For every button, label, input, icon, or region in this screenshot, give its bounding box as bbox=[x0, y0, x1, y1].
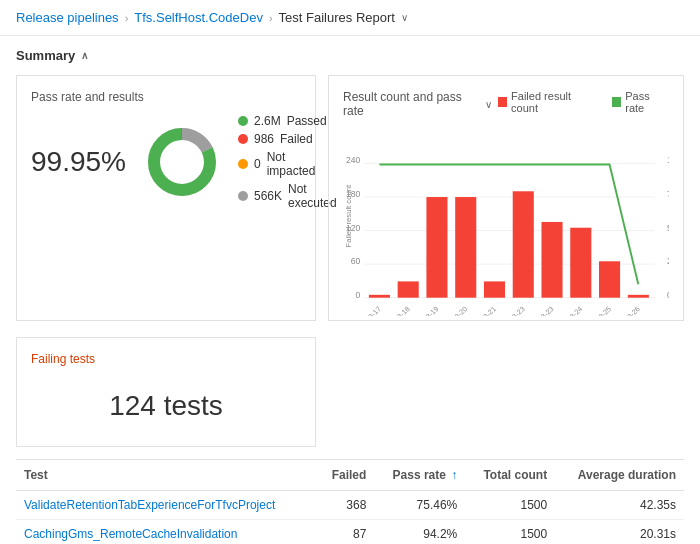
top-cards-row: Pass rate and results 99.95% bbox=[16, 75, 684, 321]
svg-text:2018-08-25: 2018-08-25 bbox=[581, 304, 613, 316]
bar-5 bbox=[484, 281, 505, 297]
col-passrate[interactable]: Pass rate ↑ bbox=[374, 460, 465, 491]
chart-card: Result count and pass rate ∨ Failed resu… bbox=[328, 75, 684, 321]
chart-legend: Failed result count Pass rate bbox=[498, 90, 669, 114]
legend-failed-label: Failed bbox=[280, 132, 313, 146]
table-row: ValidateRetentionTabExperienceForTfvcPro… bbox=[16, 491, 684, 520]
col-avgduration: Average duration bbox=[555, 460, 684, 491]
pass-rate-card: Pass rate and results 99.95% bbox=[16, 75, 316, 321]
summary-section-header: Summary ∧ bbox=[16, 48, 684, 63]
svg-text:0: 0 bbox=[667, 290, 669, 300]
col-failed: Failed bbox=[317, 460, 374, 491]
table-cell-totalcount: 1500 bbox=[465, 520, 555, 545]
legend-failed-value: 986 bbox=[254, 132, 274, 146]
svg-point-4 bbox=[162, 142, 202, 182]
chart-svg: 0 60 120 180 240 Failed result count 0 2… bbox=[343, 126, 669, 316]
svg-text:25: 25 bbox=[667, 256, 669, 266]
chart-legend-failed-box bbox=[498, 97, 507, 107]
svg-text:2018-08-24: 2018-08-24 bbox=[552, 304, 584, 316]
table-header-row: Test Failed Pass rate ↑ Total count Aver… bbox=[16, 460, 684, 491]
results-table: Test Failed Pass rate ↑ Total count Aver… bbox=[16, 460, 684, 544]
pass-rate-content: 99.95% bbox=[31, 114, 301, 210]
legend-not-executed-dot bbox=[238, 191, 248, 201]
table-cell-passrate: 94.2% bbox=[374, 520, 465, 545]
bar-10 bbox=[628, 295, 649, 298]
bar-2 bbox=[398, 281, 419, 297]
bar-4 bbox=[455, 197, 476, 298]
chart-legend-passrate-box bbox=[612, 97, 621, 107]
svg-text:Failed result count: Failed result count bbox=[344, 184, 353, 247]
svg-text:240: 240 bbox=[346, 155, 361, 165]
pass-rate-legend: 2.6M Passed 986 Failed 0 Not impacted bbox=[238, 114, 337, 210]
svg-text:60: 60 bbox=[351, 256, 361, 266]
main-content: Summary ∧ Pass rate and results 99.95% bbox=[0, 36, 700, 544]
svg-text:2018-08-17: 2018-08-17 bbox=[351, 304, 383, 316]
chart-legend-failed-label: Failed result count bbox=[511, 90, 596, 114]
pass-rate-percent: 99.95% bbox=[31, 146, 126, 178]
failing-tests-count: 124 tests bbox=[31, 380, 301, 432]
chart-dropdown-icon[interactable]: ∨ bbox=[485, 99, 492, 110]
svg-text:2018-08-26: 2018-08-26 bbox=[609, 304, 641, 316]
spacer bbox=[328, 337, 684, 447]
table-cell-totalcount: 1500 bbox=[465, 491, 555, 520]
chart-legend-passrate-label: Pass rate bbox=[625, 90, 669, 114]
summary-label: Summary bbox=[16, 48, 75, 63]
breadcrumb-link-1[interactable]: Release pipelines bbox=[16, 10, 119, 25]
col-test: Test bbox=[16, 460, 317, 491]
table-cell-passrate: 75.46% bbox=[374, 491, 465, 520]
summary-chevron[interactable]: ∧ bbox=[81, 50, 88, 61]
svg-text:2018-08-23: 2018-08-23 bbox=[494, 304, 526, 316]
table-cell-failed: 87 bbox=[317, 520, 374, 545]
chart-area: 0 60 120 180 240 Failed result count 0 2… bbox=[343, 126, 669, 306]
failing-tests-card: Failing tests 124 tests bbox=[16, 337, 316, 447]
legend-passed-dot bbox=[238, 116, 248, 126]
donut-chart bbox=[142, 122, 222, 202]
breadcrumb-sep-1: › bbox=[125, 12, 129, 24]
legend-failed-dot bbox=[238, 134, 248, 144]
legend-passed-label: Passed bbox=[287, 114, 327, 128]
table-row: CachingGms_RemoteCacheInvalidation 87 94… bbox=[16, 520, 684, 545]
page-title: Test Failures Report bbox=[279, 10, 395, 25]
svg-text:2018-08-18: 2018-08-18 bbox=[379, 304, 411, 316]
bar-3 bbox=[426, 197, 447, 298]
chart-legend-failed: Failed result count bbox=[498, 90, 596, 114]
svg-text:2018-08-19: 2018-08-19 bbox=[408, 304, 440, 316]
svg-text:2018-08-23: 2018-08-23 bbox=[523, 304, 555, 316]
bar-1 bbox=[369, 295, 390, 298]
bar-9 bbox=[599, 261, 620, 297]
svg-text:50: 50 bbox=[667, 223, 669, 233]
legend-not-executed-value: 566K bbox=[254, 189, 282, 203]
results-table-section: Test Failed Pass rate ↑ Total count Aver… bbox=[16, 459, 684, 544]
svg-text:75: 75 bbox=[667, 189, 669, 199]
table-cell-avgduration: 20.31s bbox=[555, 520, 684, 545]
table-cell-avgduration: 42.35s bbox=[555, 491, 684, 520]
svg-text:100: 100 bbox=[667, 155, 669, 165]
table-cell-test[interactable]: ValidateRetentionTabExperienceForTfvcPro… bbox=[16, 491, 317, 520]
breadcrumb-sep-2: › bbox=[269, 12, 273, 24]
bar-7 bbox=[541, 222, 562, 298]
legend-not-impacted-value: 0 bbox=[254, 157, 261, 171]
legend-not-impacted: 0 Not impacted bbox=[238, 150, 337, 178]
legend-passed: 2.6M Passed bbox=[238, 114, 337, 128]
table-cell-failed: 368 bbox=[317, 491, 374, 520]
legend-failed: 986 Failed bbox=[238, 132, 337, 146]
pass-rate-title: Pass rate and results bbox=[31, 90, 301, 104]
bar-6 bbox=[513, 191, 534, 297]
table-body: ValidateRetentionTabExperienceForTfvcPro… bbox=[16, 491, 684, 545]
svg-text:2018-08-21: 2018-08-21 bbox=[466, 304, 498, 316]
chart-title: Result count and pass rate bbox=[343, 90, 479, 118]
chart-legend-passrate: Pass rate bbox=[612, 90, 669, 114]
breadcrumb: Release pipelines › Tfs.SelfHost.CodeDev… bbox=[0, 0, 700, 36]
legend-not-impacted-label: Not impacted bbox=[267, 150, 337, 178]
failing-tests-title: Failing tests bbox=[31, 352, 301, 366]
table-cell-test[interactable]: CachingGms_RemoteCacheInvalidation bbox=[16, 520, 317, 545]
breadcrumb-link-2[interactable]: Tfs.SelfHost.CodeDev bbox=[134, 10, 263, 25]
svg-text:0: 0 bbox=[355, 290, 360, 300]
svg-text:2018-08-20: 2018-08-20 bbox=[437, 304, 469, 316]
legend-passed-value: 2.6M bbox=[254, 114, 281, 128]
bar-8 bbox=[570, 228, 591, 298]
title-dropdown-icon[interactable]: ∨ bbox=[401, 12, 408, 23]
bottom-cards: Failing tests 124 tests bbox=[16, 337, 684, 447]
legend-not-executed: 566K Not executed bbox=[238, 182, 337, 210]
sort-icon: ↑ bbox=[451, 468, 457, 482]
